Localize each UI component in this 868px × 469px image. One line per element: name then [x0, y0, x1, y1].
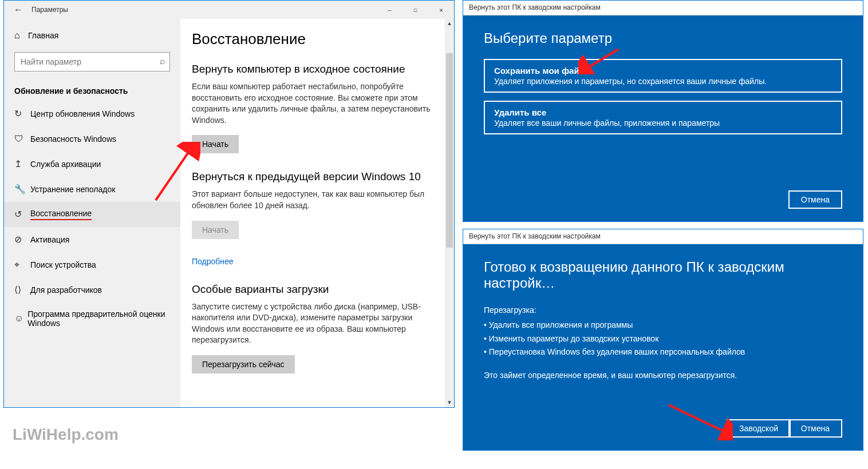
- insider-icon: ☺: [14, 314, 27, 323]
- scrollbar[interactable]: ▲ ▼: [445, 19, 454, 407]
- cancel-button[interactable]: Отмена: [788, 190, 842, 209]
- nav-security[interactable]: 🛡 Безопасность Windows: [4, 126, 180, 152]
- search-box: ⌕: [14, 52, 170, 71]
- factory-button[interactable]: Заводской: [727, 419, 791, 438]
- reset-summary: Перезагрузка: • Удалить все приложения и…: [484, 304, 842, 359]
- list-header: Перезагрузка:: [484, 304, 842, 317]
- dialog-heading: Выберите параметр: [484, 30, 842, 46]
- nav-label: Активация: [30, 235, 69, 244]
- reset-desc: Если ваш компьютер работает нестабильно,…: [192, 81, 437, 126]
- dialog-title: Вернуть этот ПК к заводским настройкам: [463, 1, 863, 15]
- titlebar: ← Параметры — ☐ ✕: [4, 1, 454, 19]
- nav-finddevice[interactable]: ⌖ Поиск устройства: [4, 252, 180, 277]
- nav-activation[interactable]: ⊘ Активация: [4, 227, 180, 252]
- sync-icon: ↻: [14, 109, 30, 118]
- reset-footer: Это займет определенное время, и ваш ком…: [484, 371, 842, 380]
- maximize-button[interactable]: ☐: [403, 1, 428, 19]
- restart-now-button[interactable]: Перезагрузить сейчас: [192, 355, 295, 373]
- nav-label: Программа предварительной оценки Windows: [27, 309, 170, 328]
- option-title: Удалить все: [494, 108, 832, 117]
- option-title: Сохранить мои файлы: [494, 66, 832, 75]
- nav-label: Устранение неполадок: [30, 185, 115, 194]
- goback-heading: Вернуться к предыдущей версии Windows 10: [192, 170, 437, 183]
- advanced-heading: Особые варианты загрузки: [192, 283, 437, 296]
- nav-recovery[interactable]: ↺ Восстановление: [4, 202, 180, 227]
- nav-label: Безопасность Windows: [30, 134, 116, 144]
- option-keep-files[interactable]: Сохранить мои файлы Удаляет приложения и…: [484, 59, 842, 93]
- goback-desc: Этот вариант больше недоступен, так как …: [192, 189, 437, 211]
- search-input[interactable]: [14, 52, 170, 71]
- key-icon: ⊘: [14, 235, 30, 244]
- wrench-icon: 🔧: [14, 185, 30, 194]
- back-button[interactable]: ←: [10, 5, 27, 15]
- list-item: • Удалить все приложения и программы: [484, 319, 842, 332]
- cancel-button[interactable]: Отмена: [788, 419, 842, 438]
- list-item: • Переустановка Windows без удаления ваш…: [484, 345, 842, 359]
- nav-update[interactable]: ↻ Центр обновления Windows: [4, 101, 180, 126]
- locate-icon: ⌖: [14, 260, 30, 269]
- section-title: Обновление и безопасность: [4, 78, 180, 101]
- home-nav[interactable]: ⌂ Главная: [4, 26, 180, 45]
- reset-dialog-ready: Вернуть этот ПК к заводским настройкам Г…: [463, 229, 863, 451]
- scroll-thumb[interactable]: [446, 53, 453, 248]
- reset-heading: Вернуть компьютер в исходное состояние: [192, 63, 437, 75]
- nav-label: Центр обновления Windows: [30, 109, 135, 118]
- sidebar: ⌂ Главная ⌕ Обновление и безопасность ↻ …: [4, 19, 180, 407]
- search-icon: ⌕: [160, 56, 165, 66]
- recovery-icon: ↺: [14, 210, 30, 219]
- advanced-desc: Запустите систему с устройства либо диск…: [192, 301, 437, 346]
- nav-label: Для разработчиков: [30, 285, 102, 295]
- shield-icon: 🛡: [14, 134, 30, 144]
- goback-more-link[interactable]: Подробнее: [192, 257, 234, 266]
- nav-label: Восстановление: [30, 209, 92, 220]
- reset-start-button[interactable]: Начать: [192, 135, 239, 153]
- window-title: Параметры: [27, 6, 377, 14]
- code-icon: ⟨⟩: [14, 285, 30, 295]
- nav-label: Служба архивации: [30, 160, 101, 169]
- option-desc: Удаляет все ваши личные файлы, приложени…: [494, 118, 832, 128]
- settings-window: ← Параметры — ☐ ✕ ⌂ Главная ⌕ Обновление…: [3, 0, 455, 408]
- option-remove-all[interactable]: Удалить все Удаляет все ваши личные файл…: [484, 101, 842, 134]
- watermark: LiWiHelp.com: [13, 426, 119, 444]
- reset-dialog-choose: Вернуть этот ПК к заводским настройкам В…: [463, 0, 863, 222]
- scroll-down-icon[interactable]: ▼: [445, 398, 454, 407]
- list-item: • Изменить параметры до заводских устано…: [484, 332, 842, 346]
- home-icon: ⌂: [14, 30, 28, 41]
- nav-label: Поиск устройства: [30, 260, 96, 269]
- page-title: Восстановление: [192, 30, 437, 48]
- home-label: Главная: [28, 31, 58, 40]
- dialog-heading: Готово к возвращению данного ПК к заводс…: [484, 259, 842, 291]
- content-pane: Восстановление Вернуть компьютер в исход…: [180, 19, 454, 407]
- backup-icon: ↥: [14, 160, 30, 169]
- close-button[interactable]: ✕: [428, 1, 454, 19]
- dialog-title: Вернуть этот ПК к заводским настройкам: [463, 229, 863, 244]
- nav-developers[interactable]: ⟨⟩ Для разработчиков: [4, 277, 180, 303]
- minimize-button[interactable]: —: [377, 1, 403, 19]
- nav-insider[interactable]: ☺ Программа предварительной оценки Windo…: [4, 303, 180, 335]
- option-desc: Удаляет приложения и параметры, но сохра…: [494, 77, 832, 86]
- scroll-up-icon[interactable]: ▲: [445, 19, 454, 28]
- nav-troubleshoot[interactable]: 🔧 Устранение неполадок: [4, 177, 180, 202]
- nav-backup[interactable]: ↥ Служба архивации: [4, 152, 180, 177]
- goback-start-button: Начать: [192, 221, 239, 239]
